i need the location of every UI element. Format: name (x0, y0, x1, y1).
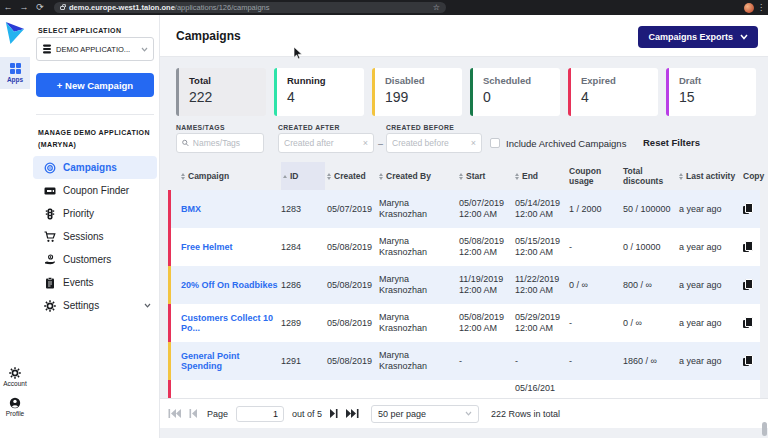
per-page-select[interactable]: 50 per page (371, 405, 479, 423)
bullseye-icon (44, 162, 56, 174)
sidebar-item-events[interactable]: Events (33, 271, 157, 294)
stat-label: Scheduled (483, 75, 560, 86)
clear-icon[interactable]: × (363, 139, 368, 148)
sidebar-item-coupon-finder[interactable]: Coupon Finder (33, 179, 157, 202)
address-bar[interactable]: demo.europe-west1.talon.one /application… (54, 2, 446, 13)
scrollbar-thumb[interactable] (762, 422, 767, 436)
app-rail: Apps Account Profile (0, 15, 30, 438)
column-header-created[interactable]: Created (327, 171, 377, 181)
cell-last-activity: a year ago (679, 204, 741, 214)
cell-created-by: Maryna Krasnozhan (379, 274, 457, 296)
cell-last-activity: a year ago (679, 356, 741, 366)
application-select[interactable]: DEMO APPLICATIO... (36, 37, 154, 61)
cell-end: 05/29/2019 12:00 AM (515, 312, 567, 334)
campaigns-exports-button[interactable]: Campaigns Exports (638, 26, 758, 48)
campaign-link[interactable]: General Point Spending (181, 351, 279, 371)
apps-grid-icon (10, 63, 21, 74)
table-row[interactable]: General Point Spending 1291 05/08/2019 M… (168, 342, 760, 380)
copy-icon[interactable] (743, 203, 753, 214)
first-page-icon[interactable] (168, 409, 181, 418)
rows-total-label: 222 Rows in total (491, 409, 560, 419)
browser-profile-avatar[interactable] (744, 3, 754, 13)
names-tags-input[interactable] (193, 138, 258, 148)
names-tags-field[interactable] (176, 133, 264, 153)
rail-item-profile[interactable]: Profile (0, 397, 30, 417)
cell-total-discounts: 800 / ∞ (623, 280, 677, 291)
clipboard-icon (44, 277, 56, 289)
browser-menu-icon[interactable]: ⋮ (754, 3, 768, 12)
cell-created-by: Maryna Krasnozhan (379, 312, 457, 334)
back-icon[interactable]: ← (0, 0, 16, 15)
sidebar-item-priority[interactable]: Priority (33, 202, 157, 225)
copy-icon[interactable] (743, 317, 753, 328)
table-row[interactable]: Customers Collect 10 Po... 1289 05/08/20… (168, 304, 760, 342)
table-row[interactable]: Free Helmet 1284 05/08/2019 Maryna Krasn… (168, 228, 760, 266)
clear-icon[interactable]: × (471, 139, 476, 148)
stat-card-total[interactable]: Total 222 (176, 68, 266, 116)
stat-value: 0 (483, 89, 560, 105)
copy-icon[interactable] (743, 279, 753, 290)
stat-value: 199 (385, 89, 462, 105)
table-row[interactable]: 20% Off On Roadbikes 1286 05/08/2019 Mar… (168, 266, 760, 304)
stat-card-scheduled[interactable]: Scheduled 0 (470, 68, 560, 116)
sidebar-item-label: Campaigns (63, 162, 117, 173)
chevron-down-icon (740, 34, 748, 40)
cell-created-by: Maryna Krasnozhan (379, 350, 457, 372)
sort-icon (327, 173, 331, 180)
created-after-input[interactable] (284, 138, 359, 148)
stat-card-running[interactable]: Running 4 (274, 68, 364, 116)
stat-value: 4 (581, 89, 658, 105)
hand-coin-icon (44, 254, 56, 266)
campaign-link[interactable]: BMX (181, 204, 279, 214)
main-content: Campaigns Campaigns Exports Total 222 Ru… (160, 15, 768, 438)
rail-item-apps[interactable]: Apps (0, 57, 30, 89)
previous-page-icon[interactable] (189, 409, 197, 418)
created-before-field[interactable]: × (386, 133, 482, 153)
cart-icon (44, 231, 56, 243)
sidebar-item-customers[interactable]: Customers (33, 248, 157, 271)
cell-id: 1289 (281, 318, 325, 328)
column-header-id[interactable]: ID (281, 162, 325, 190)
talon-one-logo-icon[interactable] (4, 20, 26, 46)
stat-card-disabled[interactable]: Disabled 199 (372, 68, 462, 116)
refresh-icon[interactable]: ⟳ (32, 0, 48, 15)
cell-id: 1286 (281, 280, 325, 290)
table-row[interactable]: BMX 1283 05/07/2019 Maryna Krasnozhan 05… (168, 190, 760, 228)
bookmark-star-icon[interactable]: ☆ (433, 3, 440, 12)
column-header-end[interactable]: End (515, 171, 567, 181)
cell-created: 05/08/2019 (327, 242, 377, 253)
include-archived-label[interactable]: Include Archived Campaigns (506, 138, 626, 149)
copy-icon[interactable] (743, 355, 753, 366)
cell-total-discounts: 1860 / ∞ (623, 356, 677, 367)
sidebar-item-campaigns[interactable]: Campaigns (33, 156, 157, 179)
column-header-start[interactable]: Start (459, 171, 513, 181)
last-page-icon[interactable] (346, 409, 359, 418)
include-archived-checkbox[interactable] (490, 138, 500, 148)
column-header-campaign[interactable]: Campaign (181, 171, 279, 181)
cell-coupon-usage: - (569, 318, 621, 328)
rail-item-account[interactable]: Account (0, 367, 30, 387)
forward-icon[interactable]: → (16, 0, 32, 15)
reset-filters-link[interactable]: Reset Filters (643, 137, 700, 148)
created-after-field[interactable]: × (278, 133, 374, 153)
profile-label: Profile (6, 410, 24, 417)
next-page-icon[interactable] (330, 409, 338, 418)
campaign-link[interactable]: Customers Collect 10 Po... (181, 313, 279, 333)
column-header-last-activity[interactable]: Last activity (679, 171, 741, 181)
page-number-input[interactable] (236, 406, 284, 422)
sidebar-item-sessions[interactable]: Sessions (33, 225, 157, 248)
column-header-created-by[interactable]: Created By (379, 171, 457, 181)
scrollbar[interactable] (761, 15, 768, 438)
sort-icon (181, 173, 185, 180)
new-campaign-button[interactable]: + New Campaign (36, 73, 154, 97)
sidebar-item-settings[interactable]: Settings (33, 294, 157, 317)
chevron-down-icon (141, 47, 148, 52)
stat-label: Expired (581, 75, 658, 86)
campaign-link[interactable]: 20% Off On Roadbikes (181, 280, 279, 290)
stat-card-draft[interactable]: Draft 15 (666, 68, 756, 116)
campaign-link[interactable]: Free Helmet (181, 242, 279, 252)
stat-card-expired[interactable]: Expired 4 (568, 68, 658, 116)
copy-icon[interactable] (743, 241, 753, 252)
created-before-input[interactable] (392, 138, 467, 148)
url-path: /applications/126/campaigns (175, 3, 270, 12)
